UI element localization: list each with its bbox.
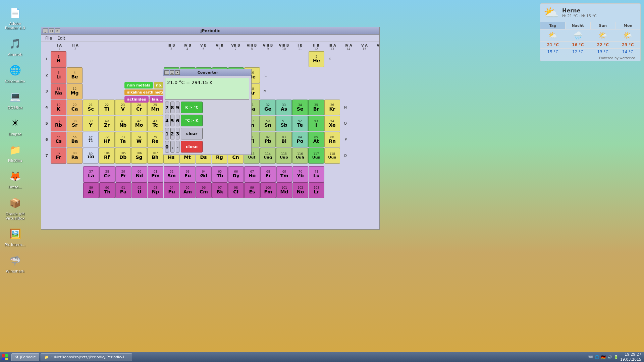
element-Ca[interactable]: 20Ca [67, 100, 83, 115]
icon-chromium[interactable]: 🌐 Chromium- [2, 61, 29, 85]
element-Uuq[interactable]: 114Uuq [260, 148, 276, 164]
element-Pr[interactable]: 59Pr [115, 166, 131, 182]
weather-day-nacht[interactable]: Nacht [566, 22, 591, 29]
btn-8[interactable]: 8 [170, 102, 174, 113]
element-Cs[interactable]: 55Cs [51, 132, 66, 147]
element-Ta[interactable]: 73Ta [115, 132, 131, 147]
element-Uup[interactable]: 115Uup [276, 148, 292, 164]
element-Ce[interactable]: 58Ce [99, 166, 115, 182]
element-Fm[interactable]: 100Fm [260, 182, 276, 198]
element-Fr[interactable]: 87Fr [51, 148, 66, 164]
element-Se[interactable]: 34Se [292, 100, 308, 115]
element-Np[interactable]: 93Np [148, 182, 163, 198]
btn-0[interactable]: 0 [165, 141, 169, 153]
element-Mg[interactable]: 12Mg [67, 83, 83, 99]
element-Uuh[interactable]: 116Uuh [292, 148, 308, 164]
taskbar-app-jperiodic[interactable]: ⚗ jPeriodic [11, 353, 39, 361]
element-Sb[interactable]: 51Sb [276, 116, 292, 131]
element-Rf[interactable]: 104Rf [99, 148, 115, 164]
btn-3[interactable]: 3 [176, 128, 180, 139]
minimize-btn[interactable]: _ [43, 28, 48, 33]
conv-maximize-btn[interactable]: □ [170, 70, 174, 75]
element-Br[interactable]: 35Br [308, 100, 324, 115]
element-Bh[interactable]: 107Bh [147, 148, 163, 164]
element-Tb[interactable]: 65Tb [212, 166, 228, 182]
element-Tm[interactable]: 69Tm [276, 166, 292, 182]
element-La[interactable]: 57La [83, 166, 99, 182]
maximize-btn[interactable]: □ [49, 28, 54, 33]
icon-filezilla[interactable]: 📁 FileZilla [2, 140, 29, 164]
element-Pb[interactable]: 82Pb [260, 132, 276, 147]
element-Md[interactable]: 101Md [276, 182, 292, 198]
element-Rb[interactable]: 37Rb [51, 116, 66, 131]
element-Am[interactable]: 95Am [180, 182, 196, 198]
element-Nd[interactable]: 60Nd [131, 166, 147, 182]
btn-close[interactable]: close [181, 141, 203, 153]
element-Zr[interactable]: 40Zr [99, 116, 115, 131]
btn-2[interactable]: 2 [170, 128, 174, 139]
element-At[interactable]: 85At [308, 132, 324, 147]
btn-9[interactable]: 9 [176, 102, 180, 113]
element-Uuo[interactable]: 118Uuo [324, 148, 340, 164]
element-Be[interactable]: 4Be [67, 67, 83, 83]
element-Ac-Lr[interactable]: 89103 [83, 148, 99, 164]
legend-nonmetals-tab[interactable]: non metals [124, 82, 153, 88]
element-Eu[interactable]: 63Eu [180, 166, 196, 182]
element-Xe[interactable]: 54Xe [324, 116, 340, 131]
icon-amarok[interactable]: 🎵 Amarok [2, 34, 29, 58]
btn-6[interactable]: 6 [176, 115, 180, 126]
icon-adobe-reader[interactable]: 📄 Adobe Reader 6.0 [2, 3, 29, 32]
element-Sc[interactable]: 21Sc [83, 100, 99, 115]
element-Uus[interactable]: 117Uus [308, 148, 324, 164]
element-Pa[interactable]: 91Pa [115, 182, 131, 198]
element-Lu[interactable]: 71Lu [309, 166, 324, 182]
icon-dosbox[interactable]: 💻 DOSBox [2, 87, 29, 111]
weather-day-sun[interactable]: Sun [591, 22, 616, 29]
conv-minimize-btn[interactable]: _ [164, 70, 169, 75]
element-Ti[interactable]: 22Ti [99, 100, 115, 115]
element-Rn[interactable]: 86Rn [324, 132, 340, 147]
taskbar-app-netbeans[interactable]: 📁 ~/NetBeansProjects/jPeriodic/jPeriodic… [41, 353, 132, 361]
icon-wireshark[interactable]: 🦈 Wireshark [2, 251, 29, 275]
element-Ho[interactable]: 67Ho [244, 166, 260, 182]
element-Ac[interactable]: 89Ac [83, 182, 99, 198]
element-Y[interactable]: 39Y [83, 116, 99, 131]
element-Po[interactable]: 84Po [292, 132, 308, 147]
element-Db[interactable]: 105Db [115, 148, 131, 164]
taskbar-start-button[interactable] [0, 353, 10, 362]
element-U[interactable]: 92U [131, 182, 147, 198]
element-Ba[interactable]: 56Ba [67, 132, 83, 147]
element-Na[interactable]: 11Na [51, 83, 66, 99]
btn-k-to-c[interactable]: K > °C [181, 102, 203, 113]
element-W[interactable]: 74W [131, 132, 147, 147]
btn-1[interactable]: 1 [165, 128, 169, 139]
element-Pm[interactable]: 61Pm [148, 166, 163, 182]
element-Tc[interactable]: 43Tc [147, 116, 163, 131]
weather-day-tag[interactable]: Tag [540, 22, 566, 29]
menu-file[interactable]: File [43, 35, 55, 41]
element-As[interactable]: 33As [276, 100, 292, 115]
element-Er[interactable]: 68Er [260, 166, 276, 182]
btn-c-to-k[interactable]: °C > K [181, 115, 203, 126]
element-Th[interactable]: 90Th [99, 182, 115, 198]
btn-7[interactable]: 7 [165, 102, 169, 113]
element-Pu[interactable]: 94Pu [164, 182, 179, 198]
legend-lanthanides-tab[interactable]: lan... [150, 96, 164, 103]
element-Sg[interactable]: 106Sg [131, 148, 147, 164]
btn-4[interactable]: 4 [165, 115, 169, 126]
element-La-Lu[interactable]: 5771 [83, 132, 99, 147]
element-Lr[interactable]: 103Lr [309, 182, 324, 198]
element-Sn[interactable]: 50Sn [260, 116, 276, 131]
btn-minus[interactable]: - [176, 141, 180, 153]
element-No[interactable]: 102No [292, 182, 308, 198]
btn-dot[interactable]: . [170, 141, 174, 153]
element-Hf[interactable]: 72Hf [99, 132, 115, 147]
element-K[interactable]: 19K [51, 100, 66, 115]
element-Sr[interactable]: 38Sr [67, 116, 83, 131]
element-Re[interactable]: 75Re [147, 132, 163, 147]
element-Ra[interactable]: 88Ra [67, 148, 83, 164]
element-Nb[interactable]: 41Nb [115, 116, 131, 131]
element-Bk[interactable]: 97Bk [212, 182, 228, 198]
icon-pic-internet[interactable]: 🖼️ Pic Intern... [2, 225, 29, 248]
element-I[interactable]: 53I [308, 116, 324, 131]
